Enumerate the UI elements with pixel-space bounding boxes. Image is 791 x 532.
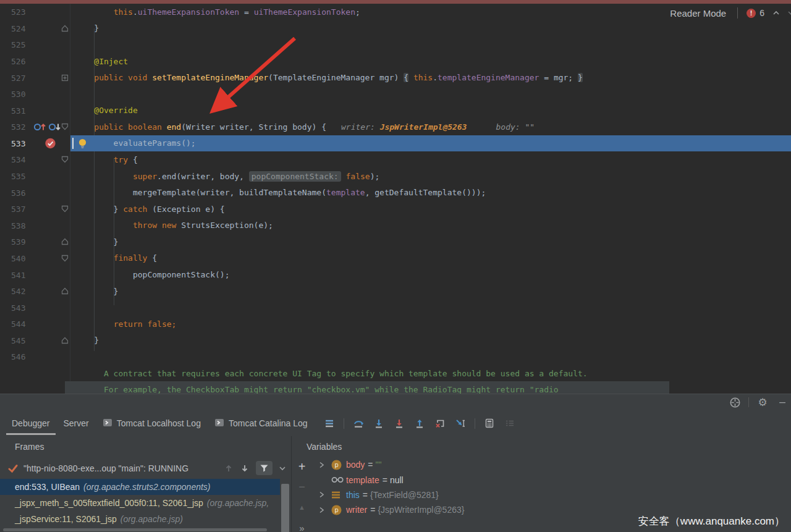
code-text[interactable]: } (70, 20, 791, 37)
code-text[interactable]: evaluateParams(); (70, 135, 791, 152)
force-step-into-icon[interactable] (393, 417, 405, 429)
layout-settings-icon[interactable] (729, 396, 741, 408)
remove-watch-button[interactable]: − (297, 481, 308, 492)
expand-chevron-icon[interactable] (318, 506, 331, 514)
code-text[interactable]: @Inject (70, 53, 791, 70)
code-text[interactable] (70, 299, 791, 316)
editor-code-line[interactable]: 540 finally { (0, 250, 791, 267)
editor-code-line[interactable]: 530 (0, 86, 791, 103)
editor-code-line[interactable]: 534 try { (0, 151, 791, 168)
move-watch-up-button[interactable]: ▲ (297, 502, 308, 513)
method-is-overridden-icon[interactable] (48, 122, 62, 132)
fold-end-icon[interactable] (61, 287, 69, 295)
overrides-method-icon[interactable] (33, 122, 47, 132)
editor[interactable]: 523 this.uiThemeExpansionToken = uiTheme… (0, 4, 791, 394)
tab-tomcat-localhost-log[interactable]: Tomcat Localhost Log (96, 412, 208, 435)
expand-watches-button[interactable]: » (297, 522, 308, 532)
code-text[interactable]: public void setTemplateEngineManager(Tem… (70, 69, 791, 86)
fold-plus-icon[interactable] (61, 74, 69, 82)
code-text[interactable]: try { (70, 151, 791, 168)
variable-row[interactable]: pbody="" (312, 457, 791, 472)
frames-horizontal-scrollbar[interactable] (3, 528, 267, 531)
run-to-cursor-icon[interactable] (454, 417, 467, 429)
editor-gutter[interactable]: 530 (0, 86, 70, 103)
stack-frame-row[interactable]: _jspx_meth_s_005ftextfield_005f0:11, S20… (0, 495, 280, 511)
editor-gutter[interactable]: 535 (0, 168, 70, 185)
hide-panel-icon[interactable]: —— (776, 396, 789, 408)
editor-gutter[interactable]: 532 (0, 119, 70, 135)
variable-row[interactable]: this={TextField@5281} (312, 488, 791, 502)
code-text[interactable] (70, 36, 791, 53)
code-text[interactable]: throw new StrutsException(e); (70, 217, 791, 234)
editor-gutter[interactable]: 544 (0, 316, 70, 332)
editor-code-line[interactable]: 531 @Override (0, 102, 791, 119)
expand-chevron-icon[interactable] (318, 461, 331, 469)
editor-code-line[interactable]: 527 public void setTemplateEngineManager… (0, 69, 791, 86)
editor-comment-line[interactable]: For example, the CheckboxTab might retur… (0, 381, 791, 394)
expand-chevron-icon[interactable] (318, 491, 331, 499)
thread-dropdown-chevron-icon[interactable] (279, 465, 286, 472)
code-text[interactable]: mergeTemplate(writer, buildTemplateName(… (70, 184, 791, 201)
next-frame-icon[interactable] (240, 463, 250, 473)
editor-gutter[interactable]: 527 (0, 69, 70, 86)
prev-frame-icon[interactable] (224, 463, 234, 473)
editor-gutter[interactable] (0, 381, 70, 394)
settings-gear-icon[interactable]: ⚙ (756, 396, 769, 408)
tab-debugger[interactable]: Debugger (5, 412, 57, 435)
code-text[interactable]: } (70, 332, 791, 349)
editor-gutter[interactable]: 536 (0, 184, 70, 201)
editor-code-line[interactable]: 536 mergeTemplate(writer, buildTemplateN… (0, 184, 791, 201)
editor-code-line[interactable]: 526 @Inject (0, 53, 791, 70)
tab-list-icon[interactable] (323, 417, 336, 429)
fold-end-icon[interactable] (61, 337, 69, 344)
editor-code-line[interactable]: 532 public boolean end(Writer writer, St… (0, 119, 791, 135)
code-text[interactable]: popComponentStack(); (70, 266, 791, 283)
fold-down-icon[interactable] (61, 123, 69, 130)
fold-down-icon[interactable] (61, 255, 69, 262)
editor-code-line[interactable]: 533 evaluateParams(); (0, 135, 791, 152)
error-icon[interactable]: ! (747, 9, 756, 18)
code-text[interactable] (70, 86, 791, 103)
editor-code-line[interactable]: 541 popComponentStack(); (0, 266, 791, 283)
code-text[interactable]: } (70, 283, 791, 300)
code-text[interactable] (70, 348, 791, 365)
editor-gutter[interactable]: 533 (0, 135, 70, 152)
code-text[interactable]: A contract that requires each concrete U… (70, 365, 791, 382)
editor-gutter[interactable]: 541 (0, 266, 70, 283)
editor-code-line[interactable]: 524 } (0, 20, 791, 37)
editor-code-line[interactable]: 537 } catch (Exception e) { (0, 201, 791, 217)
variable-row[interactable]: template=null (312, 472, 791, 487)
editor-gutter[interactable]: 545 (0, 332, 70, 349)
fold-end-icon[interactable] (61, 25, 69, 32)
error-count[interactable]: 6 (759, 8, 764, 18)
code-text[interactable]: finally { (70, 250, 791, 267)
editor-gutter[interactable]: 526 (0, 53, 70, 70)
code-text[interactable]: return false; (70, 316, 791, 332)
editor-gutter[interactable]: 523 (0, 4, 70, 20)
editor-gutter[interactable]: 537 (0, 201, 70, 217)
code-text[interactable]: } (70, 234, 791, 250)
evaluate-expression-icon[interactable] (483, 417, 496, 429)
drop-frame-icon[interactable] (434, 417, 446, 429)
editor-comment-line[interactable]: A contract that requires each concrete U… (0, 365, 791, 382)
fold-end-icon[interactable] (61, 238, 69, 245)
breakpoint-verified-icon[interactable] (44, 137, 56, 149)
extra-actions-icon[interactable] (504, 417, 516, 429)
editor-gutter[interactable]: 534 (0, 151, 70, 168)
tab-tomcat-catalina-log[interactable]: Tomcat Catalina Log (208, 412, 315, 435)
hide-library-frames-toggle[interactable] (256, 461, 273, 475)
next-error-icon[interactable] (787, 9, 791, 17)
editor-code-line[interactable]: 545 } (0, 332, 791, 349)
editor-gutter[interactable]: 540 (0, 250, 70, 267)
add-watch-button[interactable]: + (297, 461, 308, 472)
frames-vertical-scrollbar[interactable] (281, 484, 289, 532)
editor-gutter[interactable]: 525 (0, 36, 70, 53)
code-text[interactable]: For example, the CheckboxTab might retur… (70, 381, 791, 394)
editor-gutter[interactable]: 538 (0, 217, 70, 234)
prev-error-icon[interactable] (772, 9, 780, 17)
editor-gutter[interactable] (0, 365, 70, 382)
editor-code-line[interactable]: 546 (0, 348, 791, 365)
fold-down-icon[interactable] (61, 156, 69, 163)
stack-frame-row[interactable]: _jspService:11, S2061_jsp(org.apache.jsp… (0, 511, 280, 527)
editor-gutter[interactable]: 524 (0, 20, 70, 37)
